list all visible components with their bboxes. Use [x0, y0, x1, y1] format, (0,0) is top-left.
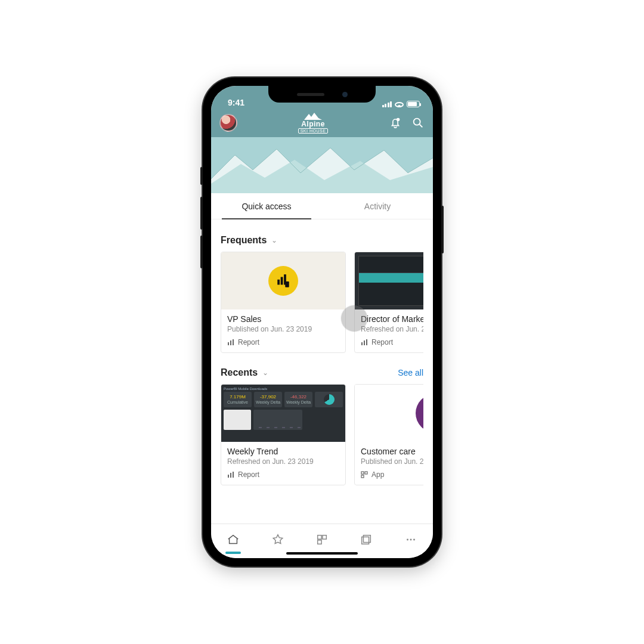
app-avatar: MI	[416, 394, 423, 432]
card-subtitle: Published on Jun. 23 2019	[361, 457, 423, 466]
nav-workspaces[interactable]	[353, 529, 379, 550]
svg-point-1	[414, 119, 420, 125]
svg-point-0	[397, 118, 400, 122]
side-button	[200, 197, 203, 230]
svg-rect-18	[361, 475, 364, 478]
battery-icon	[407, 101, 420, 107]
tabs: Quick access Activity	[211, 193, 433, 219]
home-indicator[interactable]	[286, 552, 358, 555]
chevron-down-icon[interactable]: ⌄	[262, 369, 268, 377]
card-weekly-trend[interactable]: PowerBI Mobile Downloads 7.179MCumulativ…	[221, 384, 346, 485]
tab-quick-access[interactable]: Quick access	[211, 193, 322, 219]
svg-rect-21	[318, 540, 321, 543]
svg-rect-22	[364, 535, 371, 542]
apps-icon	[315, 533, 329, 546]
home-icon	[227, 533, 240, 546]
pie-icon	[324, 394, 335, 405]
touch-indicator	[341, 305, 367, 332]
card-thumbnail: MI	[355, 385, 423, 442]
svg-rect-19	[318, 535, 321, 538]
svg-rect-8	[230, 340, 231, 345]
status-icons	[382, 101, 420, 107]
card-title: Customer care	[361, 447, 423, 456]
card-title: VP Sales	[227, 314, 339, 324]
hero-image	[211, 137, 433, 193]
svg-point-25	[410, 538, 411, 540]
tab-label: Quick access	[242, 202, 291, 211]
chevron-down-icon[interactable]: ⌄	[271, 236, 277, 244]
screen: 9:41 Alpine SKI HOUSE	[211, 86, 433, 558]
app-icon	[361, 471, 368, 478]
section-frequents: Frequents ⌄ VP Sales	[211, 227, 433, 359]
card-subtitle: Published on Jun. 23 2019	[227, 325, 339, 333]
app-bar: Alpine SKI HOUSE	[211, 109, 433, 137]
section-heading: Frequents	[221, 235, 267, 246]
card-thumbnail: 0.7	[355, 252, 423, 309]
more-icon	[404, 533, 417, 546]
svg-rect-17	[365, 472, 367, 474]
table-preview	[224, 410, 251, 430]
svg-rect-11	[364, 340, 365, 345]
card-title: Director of Marketing	[361, 314, 423, 324]
card-subtitle: Refreshed on Jun. 23 2019	[227, 457, 339, 466]
card-vp-sales[interactable]: VP Sales Published on Jun. 23 2019 Repor…	[221, 252, 346, 353]
dashboard-title: PowerBI Mobile Downloads	[224, 387, 343, 391]
section-heading: Recents	[221, 367, 258, 378]
card-subtitle: Refreshed on Jun. 23 2019	[361, 325, 423, 333]
card-kind: Report	[361, 338, 423, 346]
notifications-icon[interactable]	[389, 116, 402, 129]
tab-label: Activity	[364, 202, 391, 211]
cellular-icon	[382, 101, 392, 107]
status-time: 9:41	[224, 98, 244, 107]
card-title: Weekly Trend	[227, 447, 339, 456]
card-kind: Report	[227, 338, 339, 346]
svg-rect-7	[228, 342, 229, 345]
svg-rect-4	[281, 277, 283, 285]
svg-rect-13	[228, 475, 229, 478]
svg-rect-14	[230, 473, 231, 478]
card-kind: App	[361, 470, 423, 479]
report-icon	[227, 339, 234, 346]
card-director-marketing[interactable]: 0.7 Director of Marketing Refreshed on J…	[354, 252, 423, 353]
phone-frame: 9:41 Alpine SKI HOUSE	[203, 78, 441, 566]
notch	[268, 86, 376, 103]
profile-avatar[interactable]	[219, 114, 237, 132]
svg-rect-15	[233, 472, 234, 478]
svg-rect-9	[233, 339, 234, 345]
svg-point-24	[407, 538, 408, 540]
section-recents: Recents ⌄ See all PowerBI Mobile Downloa…	[211, 359, 433, 491]
card-thumbnail: PowerBI Mobile Downloads 7.179MCumulativ…	[221, 385, 345, 442]
brand-line2: SKI HOUSE	[298, 128, 329, 134]
wifi-icon	[395, 101, 404, 107]
report-icon	[227, 471, 234, 478]
nav-more[interactable]	[398, 529, 424, 550]
search-icon[interactable]	[411, 116, 425, 129]
see-all-link[interactable]: See all	[398, 368, 423, 377]
card-thumbnail	[221, 252, 345, 309]
svg-rect-10	[361, 342, 363, 345]
tab-activity[interactable]: Activity	[322, 193, 433, 219]
side-button	[200, 167, 203, 185]
card-kind: Report	[227, 470, 339, 479]
svg-rect-20	[323, 535, 326, 538]
svg-rect-12	[366, 339, 367, 345]
nav-apps[interactable]	[309, 529, 335, 550]
svg-point-26	[413, 538, 415, 540]
star-icon	[271, 533, 284, 546]
brand-line1: Alpine	[301, 120, 325, 128]
content[interactable]: Frequents ⌄ VP Sales	[211, 219, 433, 524]
nav-home[interactable]	[220, 529, 246, 550]
side-button	[200, 236, 203, 268]
brand-logo[interactable]: Alpine SKI HOUSE	[298, 112, 329, 134]
report-icon	[361, 339, 368, 346]
svg-rect-23	[362, 537, 369, 544]
workspaces-icon	[360, 533, 373, 546]
card-customer-care[interactable]: MI Customer care Published on Jun. 23 20…	[354, 384, 423, 485]
bar-preview	[253, 410, 302, 430]
svg-rect-16	[361, 472, 364, 474]
svg-rect-6	[285, 281, 289, 287]
powerbi-icon	[268, 266, 298, 296]
nav-favorites[interactable]	[265, 529, 291, 550]
side-button	[441, 206, 444, 253]
svg-rect-3	[277, 280, 280, 285]
